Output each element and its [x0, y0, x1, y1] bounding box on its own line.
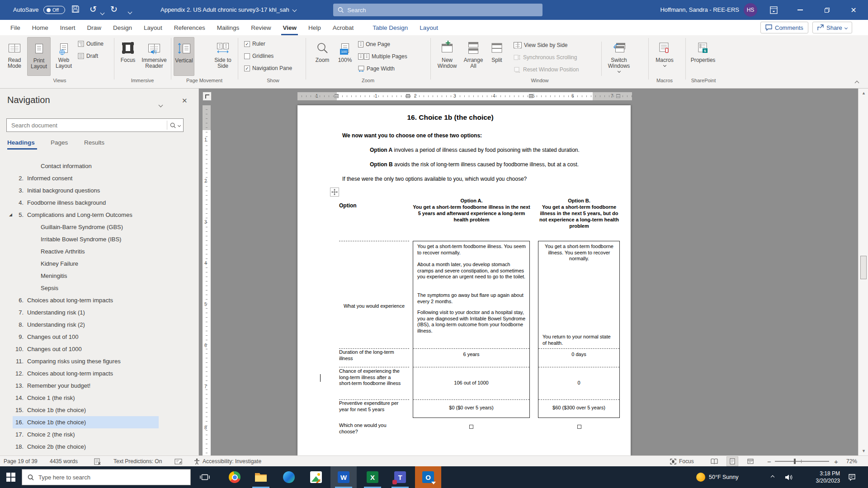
- nav-heading-8[interactable]: 8.Understanding risk (2): [13, 319, 159, 331]
- document-search-input[interactable]: [7, 122, 167, 129]
- search-bar[interactable]: [333, 4, 542, 16]
- minimize-button[interactable]: [790, 0, 811, 20]
- table-move-handle-icon[interactable]: [330, 188, 339, 197]
- nav-heading-meningitis[interactable]: Meningitis: [13, 270, 159, 282]
- nav-heading-10[interactable]: 10.Changes out of 1000: [13, 343, 159, 355]
- nav-heading-18[interactable]: 18.Choice 2b (the choice): [13, 441, 159, 453]
- read-mode-button[interactable]: Read Mode: [3, 37, 26, 76]
- tab-help[interactable]: Help: [302, 20, 327, 35]
- scroll-up-icon[interactable]: ▲: [862, 91, 866, 95]
- nav-heading-15[interactable]: 15.Choice 1b (the choice): [13, 404, 159, 416]
- navigation-pane-options-icon[interactable]: [159, 100, 162, 108]
- table-column-marker[interactable]: [616, 94, 620, 98]
- ruler-checkbox[interactable]: ✓Ruler: [244, 40, 265, 48]
- text-predictions[interactable]: Text Predictions: On: [113, 456, 162, 467]
- restore-button[interactable]: [816, 0, 837, 20]
- task-view-button[interactable]: [194, 466, 215, 488]
- tab-file[interactable]: File: [5, 20, 26, 35]
- user-name[interactable]: Hoffmann, Sandra - REE-ERS: [633, 6, 739, 13]
- page-indicator[interactable]: Page 19 of 39: [4, 456, 38, 467]
- nav-heading-11[interactable]: 11.Comparing risks using these figures: [13, 355, 159, 367]
- split-button[interactable]: Split: [487, 37, 506, 76]
- document-title-area[interactable]: Appendix 2. US Adult chronic survey3-17 …: [160, 6, 296, 13]
- focus-mode-button[interactable]: Focus: [670, 456, 694, 467]
- volume-icon[interactable]: [785, 466, 793, 488]
- taskbar-search-input[interactable]: [38, 474, 185, 481]
- print-layout-view-button[interactable]: [726, 456, 738, 467]
- zoom-in-button[interactable]: +: [834, 456, 838, 467]
- word-icon[interactable]: W: [330, 466, 357, 488]
- nav-tab-results[interactable]: Results: [84, 139, 104, 146]
- print-layout-button[interactable]: Print Layout: [27, 37, 51, 76]
- properties-button[interactable]: S Properties: [689, 37, 717, 76]
- tab-table-layout[interactable]: Layout: [414, 20, 444, 35]
- tab-review[interactable]: Review: [245, 20, 277, 35]
- search-icon[interactable]: [170, 122, 176, 128]
- proofing-errors-icon[interactable]: [94, 456, 101, 467]
- zoom-button[interactable]: Zoom: [312, 37, 333, 76]
- save-icon[interactable]: [71, 5, 80, 14]
- tab-layout[interactable]: Layout: [138, 20, 168, 35]
- web-layout-view-button[interactable]: [745, 456, 756, 467]
- side-to-side-button[interactable]: Side to Side: [212, 37, 234, 76]
- undo-icon[interactable]: ↺: [90, 5, 97, 14]
- tab-draw[interactable]: Draw: [81, 20, 108, 35]
- nav-tab-pages[interactable]: Pages: [51, 139, 68, 146]
- document-page[interactable]: 16. Choice 1b (the choice) We now want y…: [297, 105, 631, 455]
- tab-acrobat[interactable]: Acrobat: [327, 20, 360, 35]
- search-options-dropdown-icon[interactable]: [178, 123, 181, 127]
- zoom-slider-handle[interactable]: [794, 459, 796, 464]
- immersive-reader-button[interactable]: Immersive Reader: [140, 37, 168, 76]
- tab-insert[interactable]: Insert: [54, 20, 81, 35]
- nav-heading-contact-information[interactable]: Contact information: [13, 160, 159, 172]
- clock[interactable]: 3:18 PM 3/20/2023: [801, 466, 840, 488]
- nav-heading-6[interactable]: 6.Choices about long-term impacts: [13, 294, 159, 306]
- vertical-button[interactable]: Vertical: [174, 37, 194, 76]
- search-input[interactable]: [347, 7, 538, 14]
- weather-widget[interactable]: 50°F Sunny: [696, 466, 738, 488]
- web-layout-button[interactable]: Web Layout: [52, 37, 76, 76]
- comments-button[interactable]: Comments: [760, 22, 808, 33]
- arrange-all-button[interactable]: Arrange All: [461, 37, 486, 76]
- scroll-down-icon[interactable]: ▼: [862, 449, 866, 453]
- zoom-slider[interactable]: [775, 456, 829, 467]
- tab-references[interactable]: References: [168, 20, 211, 35]
- multiple-pages-button[interactable]: Multiple Pages: [358, 52, 407, 61]
- nav-heading-reactive-arthritis[interactable]: Reactive Arthritis: [13, 245, 159, 258]
- read-mode-view-button[interactable]: [708, 456, 720, 467]
- table-column-marker[interactable]: [406, 94, 410, 98]
- nav-heading-4[interactable]: 4.Foodborne illness background: [13, 197, 159, 209]
- close-button[interactable]: ✕: [843, 0, 864, 20]
- taskbar-search-box[interactable]: [22, 469, 191, 485]
- tab-home[interactable]: Home: [26, 20, 54, 35]
- outlook-icon[interactable]: O: [415, 466, 441, 488]
- gridlines-checkbox[interactable]: Gridlines: [244, 52, 274, 60]
- focus-button[interactable]: Focus: [117, 37, 139, 76]
- option-a-checkbox[interactable]: [469, 425, 473, 429]
- zoom-percentage[interactable]: 72%: [846, 456, 857, 467]
- navigation-pane-close-icon[interactable]: ✕: [182, 97, 188, 105]
- view-side-by-side-button[interactable]: View Side by Side: [514, 41, 568, 49]
- editing-mode-icon[interactable]: [175, 456, 182, 467]
- outline-button[interactable]: Outline: [78, 40, 104, 48]
- new-window-button[interactable]: New Window: [435, 37, 459, 76]
- nav-heading-16-selected[interactable]: 16.Choice 1b (the choice): [13, 416, 159, 428]
- nav-heading-3[interactable]: 3.Initial background questions: [13, 184, 159, 197]
- avatar[interactable]: HS: [744, 3, 757, 17]
- word-count[interactable]: 4435 words: [50, 456, 78, 467]
- scrollbar-thumb[interactable]: [860, 256, 867, 279]
- redo-icon[interactable]: ↻: [110, 5, 118, 14]
- action-center-icon[interactable]: [848, 466, 856, 488]
- macros-button[interactable]: Macros: [653, 37, 676, 76]
- file-explorer-icon[interactable]: [248, 466, 274, 488]
- zoom-out-button[interactable]: −: [767, 456, 771, 467]
- one-page-button[interactable]: One Page: [358, 40, 390, 48]
- more-commands-icon[interactable]: [128, 10, 132, 14]
- accessibility-status[interactable]: Accessibility: Investigate: [194, 456, 261, 467]
- image-editor-icon[interactable]: [303, 466, 329, 488]
- collapse-ribbon-icon[interactable]: [855, 80, 859, 86]
- table-column-marker[interactable]: [529, 94, 533, 98]
- nav-heading-ibs[interactable]: Irritable Bowel Syndrome (IBS): [13, 233, 159, 245]
- nav-heading-7[interactable]: 7.Understanding risk (1): [13, 306, 159, 319]
- vertical-scrollbar[interactable]: ▲ ▼: [858, 89, 868, 455]
